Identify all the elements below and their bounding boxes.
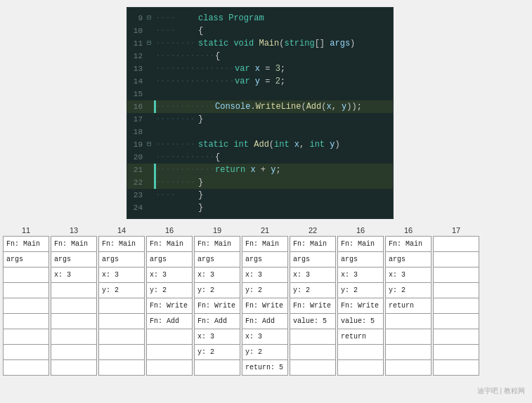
table-cell <box>99 298 145 314</box>
table-cell <box>4 298 49 314</box>
table-cell: y: 2 <box>338 283 384 298</box>
column-header-4: 19 <box>196 226 238 234</box>
table-row <box>4 267 49 283</box>
code-line-12: 12 ············ { <box>127 50 393 62</box>
table-cell <box>4 360 49 376</box>
table-cell: args <box>338 252 384 267</box>
table-row: Fn: Add <box>195 314 240 329</box>
table-cell: y: 2 <box>386 283 432 298</box>
table-row: args <box>51 252 97 267</box>
table-row: y: 2 <box>242 283 288 298</box>
table-cell: x: 3 <box>51 267 97 283</box>
table-cell: args <box>147 252 193 267</box>
line-number: 17 <box>127 113 147 126</box>
fold-icon[interactable]: ⊟ <box>147 12 154 25</box>
table-cell <box>51 283 97 298</box>
table-cell: y: 2 <box>99 283 145 298</box>
line-number: 24 <box>127 202 147 214</box>
table-row <box>147 345 193 360</box>
code-line-19: 19 ⊟ ········ static int Add(int x, int … <box>127 138 393 151</box>
code-text: } <box>198 189 203 202</box>
table-row: Fn: Main <box>99 237 145 252</box>
table-row: Fn: Main <box>290 237 336 252</box>
table-cell: args <box>242 252 288 267</box>
stack-table-0: Fn: Mainargs <box>3 236 49 376</box>
table-cell: y: 2 <box>195 283 240 298</box>
table-row <box>99 329 145 345</box>
fold-icon[interactable]: ⊟ <box>147 37 154 50</box>
line-number: 16 <box>127 100 147 113</box>
table-cell: x: 3 <box>338 267 384 283</box>
line-number: 11 <box>127 37 147 50</box>
stack-column-4: 19Fn: Mainargsx: 3y: 2Fn: WriteFn: Addx:… <box>194 226 240 376</box>
column-header-0: 11 <box>5 226 47 234</box>
stack-table-9 <box>433 236 479 376</box>
table-cell <box>338 345 384 360</box>
indent-dots: ············ <box>156 164 215 176</box>
line-number: 21 <box>127 164 147 176</box>
table-cell: args <box>195 252 240 267</box>
table-row <box>386 329 432 345</box>
line-number: 12 <box>127 50 147 62</box>
table-row <box>338 345 384 360</box>
table-row: x: 3 <box>386 267 432 283</box>
code-line-17: 17 ········ } <box>127 113 393 126</box>
table-row: args <box>4 252 49 267</box>
code-line-20: 20 ············ { <box>127 151 393 164</box>
table-cell: x: 3 <box>99 267 145 283</box>
table-cell: return <box>386 298 432 314</box>
table-cell: x: 3 <box>195 329 240 345</box>
table-row: y: 2 <box>338 283 384 298</box>
table-cell <box>51 314 97 329</box>
column-header-3: 16 <box>148 226 190 234</box>
table-cell: x: 3 <box>147 267 193 283</box>
indent-dots: ········ <box>156 138 198 151</box>
table-cell: x: 3 <box>242 267 288 283</box>
table-cell: y: 2 <box>195 345 240 360</box>
table-cell: y: 2 <box>147 283 193 298</box>
stack-table-7: Fn: Mainargsx: 3y: 2Fn: Writevalue: 5ret… <box>337 236 384 376</box>
column-header-1: 13 <box>53 226 95 234</box>
stack-column-0: 11Fn: Mainargs <box>3 226 49 376</box>
table-row: args <box>195 252 240 267</box>
line-number: 22 <box>127 176 147 189</box>
table-row: x: 3 <box>290 267 336 283</box>
code-text: Console.WriteLine(Add(x, y)); <box>215 100 362 113</box>
table-cell: x: 3 <box>290 267 336 283</box>
column-header-5: 21 <box>244 226 286 234</box>
column-header-2: 14 <box>100 226 143 234</box>
table-cell <box>434 314 479 329</box>
table-row: Fn: Main <box>195 237 240 252</box>
fold-icon[interactable]: ⊟ <box>147 138 154 151</box>
table-cell: Fn: Write <box>147 298 193 314</box>
table-row <box>99 345 145 360</box>
table-cell: args <box>99 252 145 267</box>
table-cell <box>99 345 145 360</box>
code-line-18: 18 <box>127 126 393 138</box>
stack-table-6: Fn: Mainargsx: 3y: 2Fn: Writevalue: 5 <box>290 236 336 376</box>
indent-dots: ···· <box>156 25 198 37</box>
table-cell: x: 3 <box>195 267 240 283</box>
line-number: 19 <box>127 138 147 151</box>
table-row: Fn: Main <box>51 237 97 252</box>
stack-column-2: 14Fn: Mainargsx: 3y: 2 <box>98 226 145 376</box>
table-row: Fn: Main <box>147 237 193 252</box>
stack-table-2: Fn: Mainargsx: 3y: 2 <box>98 236 145 376</box>
table-cell <box>4 267 49 283</box>
code-text: { <box>198 25 203 37</box>
table-row <box>386 360 432 376</box>
table-row: args <box>290 252 336 267</box>
line-number: 15 <box>127 88 147 100</box>
table-cell: Fn: Main <box>4 237 49 252</box>
table-row <box>434 283 479 298</box>
table-row <box>434 237 479 252</box>
table-cell <box>51 329 97 345</box>
indent-dots: ················ <box>156 62 235 75</box>
code-line-10: 10 ···· { <box>127 25 393 37</box>
table-cell <box>338 360 384 376</box>
table-cell: value: 5 <box>338 314 384 329</box>
table-row: x: 3 <box>338 267 384 283</box>
code-line-24: 24 } <box>127 202 393 214</box>
table-cell: Fn: Main <box>51 237 97 252</box>
table-cell: return <box>338 329 384 345</box>
